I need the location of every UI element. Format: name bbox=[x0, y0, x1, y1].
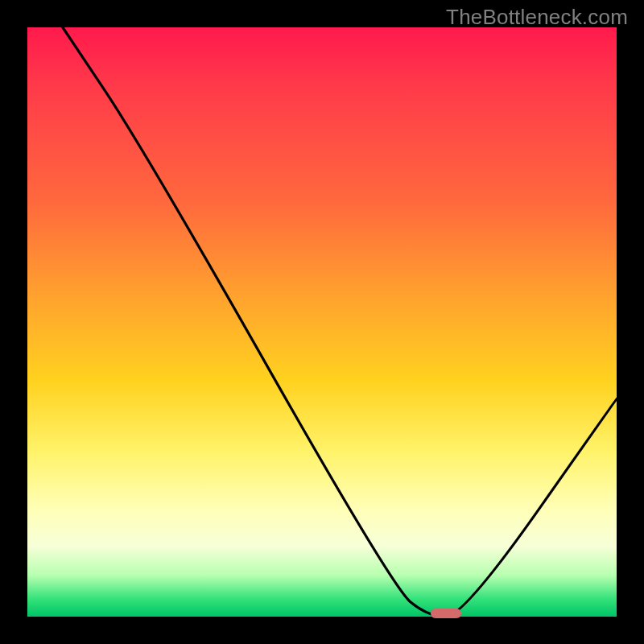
bottleneck-curve bbox=[27, 27, 617, 617]
plot-area bbox=[27, 27, 617, 617]
optimal-marker bbox=[431, 609, 461, 618]
chart-frame: TheBottleneck.com bbox=[0, 0, 644, 644]
watermark-text: TheBottleneck.com bbox=[446, 5, 628, 30]
